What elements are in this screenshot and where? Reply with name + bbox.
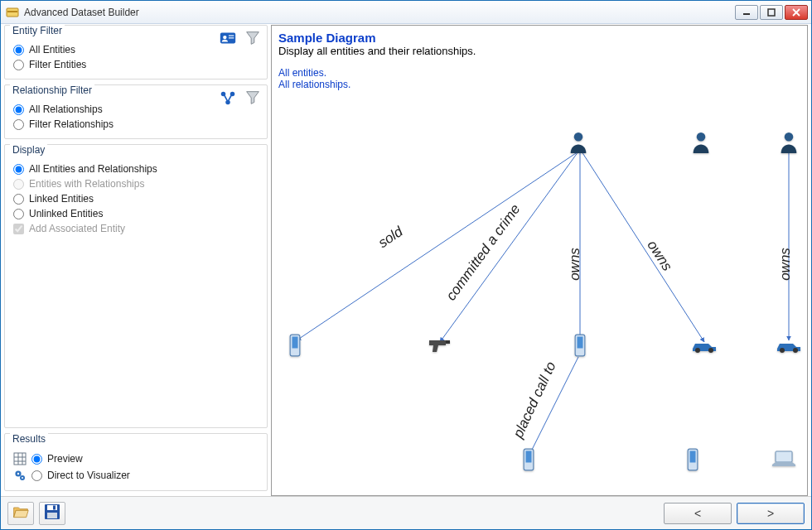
maximize-button[interactable] bbox=[760, 5, 783, 20]
radio-unlinked-label: Unlinked Entities bbox=[29, 208, 103, 219]
svg-point-23 bbox=[22, 477, 23, 479]
radio-preview[interactable]: Preview bbox=[12, 450, 260, 467]
svg-rect-34 bbox=[292, 337, 298, 349]
svg-point-31 bbox=[697, 132, 706, 142]
radio-all-entities-input[interactable] bbox=[13, 45, 24, 55]
svg-point-40 bbox=[780, 348, 785, 353]
funnel-icon[interactable] bbox=[244, 29, 262, 50]
svg-point-38 bbox=[695, 348, 700, 353]
radio-direct-label: Direct to Visualizer bbox=[47, 470, 130, 481]
legend-display: Display bbox=[10, 144, 47, 156]
svg-point-39 bbox=[708, 348, 713, 353]
svg-point-21 bbox=[17, 473, 19, 475]
close-button[interactable] bbox=[785, 5, 808, 20]
radio-linked-input[interactable] bbox=[13, 194, 24, 205]
svg-point-7 bbox=[223, 36, 226, 39]
node-car-1[interactable] bbox=[690, 339, 718, 354]
svg-rect-43 bbox=[526, 451, 532, 463]
radio-preview-input[interactable] bbox=[31, 454, 42, 465]
node-laptop[interactable] bbox=[771, 450, 797, 468]
sidebar: Entity Filter All Entities bbox=[4, 25, 268, 496]
edge-label-owns-3: owns bbox=[777, 248, 794, 281]
svg-rect-49 bbox=[53, 506, 56, 510]
prev-button-label: < bbox=[694, 507, 701, 520]
node-phone-4[interactable] bbox=[684, 448, 701, 471]
radio-all-relationships-label: All Relationships bbox=[29, 104, 103, 115]
radio-filter-entities-input[interactable] bbox=[13, 60, 24, 70]
next-button-label: > bbox=[767, 507, 774, 520]
svg-rect-1 bbox=[7, 11, 17, 12]
node-phone-2[interactable] bbox=[572, 334, 588, 357]
panel-relationship-filter: Relationship Filter All Relationships bbox=[4, 84, 268, 139]
legend-relationship-filter: Relationship Filter bbox=[10, 84, 94, 96]
svg-point-12 bbox=[225, 100, 230, 105]
diagram-meta-relationships: All relationships. bbox=[278, 79, 807, 90]
node-person-3[interactable] bbox=[777, 130, 800, 153]
diagram-title: Sample Diagram bbox=[272, 26, 807, 45]
radio-direct-input[interactable] bbox=[31, 470, 42, 481]
edge-label-placed-call: placed call to bbox=[510, 359, 560, 441]
svg-rect-48 bbox=[47, 505, 57, 510]
svg-rect-45 bbox=[690, 451, 696, 463]
radio-ent-with-rel: Entities with Relationships bbox=[12, 176, 260, 191]
svg-rect-8 bbox=[229, 35, 234, 36]
node-phone-1[interactable] bbox=[287, 334, 303, 357]
radio-all-entities-label: All Entities bbox=[29, 44, 75, 55]
radio-all-entrel[interactable]: All Entities and Relationships bbox=[12, 161, 260, 176]
relationship-icon[interactable] bbox=[219, 89, 237, 109]
radio-all-entrel-input[interactable] bbox=[13, 164, 24, 175]
body: Entity Filter All Entities bbox=[1, 24, 811, 496]
grid-icon bbox=[13, 452, 27, 465]
radio-ent-with-rel-label: Entities with Relationships bbox=[29, 178, 144, 190]
radio-direct-visualizer[interactable]: Direct to Visualizer bbox=[12, 467, 260, 484]
radio-filter-relationships[interactable]: Filter Relationships bbox=[12, 117, 260, 132]
diagram-meta-entities: All entities. bbox=[278, 67, 807, 79]
svg-rect-9 bbox=[229, 37, 234, 38]
prev-button[interactable]: < bbox=[664, 503, 732, 524]
svg-point-30 bbox=[574, 132, 583, 142]
next-button[interactable]: > bbox=[737, 503, 805, 524]
node-gun[interactable] bbox=[428, 337, 452, 354]
save-button[interactable] bbox=[39, 502, 65, 525]
node-car-2[interactable] bbox=[775, 339, 803, 354]
radio-unlinked-input[interactable] bbox=[13, 209, 24, 219]
svg-rect-46 bbox=[776, 451, 792, 462]
open-button[interactable] bbox=[7, 502, 34, 525]
radio-linked-label: Linked Entities bbox=[29, 193, 94, 205]
app-icon bbox=[6, 6, 19, 19]
node-person-1[interactable] bbox=[567, 130, 590, 153]
folder-open-icon bbox=[12, 504, 29, 522]
diagram-edges bbox=[272, 26, 807, 495]
svg-rect-15 bbox=[14, 453, 26, 465]
edge-label-sold: sold bbox=[375, 224, 406, 252]
edge-label-owns-1: owns bbox=[567, 248, 583, 281]
window-title: Advanced Dataset Builder bbox=[24, 7, 735, 18]
check-add-associated-label: Add Associated Entity bbox=[29, 223, 125, 234]
radio-filter-relationships-input[interactable] bbox=[13, 119, 24, 130]
radio-ent-with-rel-input bbox=[13, 179, 24, 190]
minimize-button[interactable] bbox=[735, 5, 758, 20]
node-person-2[interactable] bbox=[689, 130, 713, 153]
radio-all-relationships-input[interactable] bbox=[13, 104, 24, 115]
window: Advanced Dataset Builder Entity Filter bbox=[0, 0, 812, 530]
radio-filter-entities-label: Filter Entities bbox=[29, 59, 86, 70]
window-controls bbox=[735, 5, 808, 20]
node-phone-3[interactable] bbox=[520, 448, 537, 471]
floppy-save-icon bbox=[44, 504, 60, 523]
radio-unlinked-entities[interactable]: Unlinked Entities bbox=[12, 206, 260, 221]
svg-rect-37 bbox=[578, 337, 583, 349]
svg-rect-3 bbox=[768, 9, 775, 16]
radio-preview-label: Preview bbox=[47, 453, 83, 465]
svg-line-13 bbox=[225, 95, 227, 100]
check-add-associated: Add Associated Entity bbox=[12, 221, 260, 236]
client-area: Entity Filter All Entities bbox=[1, 24, 811, 529]
id-card-icon[interactable] bbox=[219, 29, 237, 50]
panel-results: Results Preview Direct to Visualize bbox=[4, 433, 268, 491]
check-add-associated-input bbox=[13, 224, 24, 234]
radio-linked-entities[interactable]: Linked Entities bbox=[12, 191, 260, 206]
diagram-area[interactable]: Sample Diagram Display all entities and … bbox=[271, 25, 808, 496]
funnel-icon[interactable] bbox=[244, 89, 262, 109]
svg-line-25 bbox=[440, 152, 578, 342]
radio-filter-entities[interactable]: Filter Entities bbox=[12, 57, 260, 72]
radio-filter-relationships-label: Filter Relationships bbox=[29, 118, 114, 130]
